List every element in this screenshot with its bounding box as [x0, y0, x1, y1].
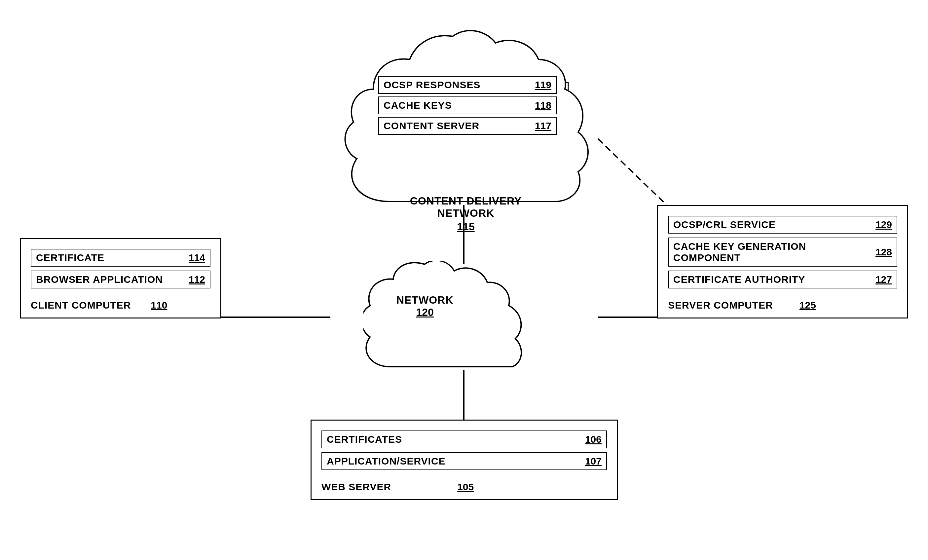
content-server-cdn-number: 117	[535, 120, 551, 131]
client-outer-label: CLIENT COMPUTER	[31, 300, 131, 311]
server-computer-box: OCSP/CRL SERVICE 129 CACHE KEY GENERATIO…	[657, 205, 908, 319]
web-server-box: CERTIFICATES 106 APPLICATION/SERVICE 107…	[311, 420, 618, 500]
certificate-label: CERTIFICATE	[36, 252, 104, 263]
cdn-inner-boxes: OCSP RESPONSES 119 CACHE KEYS 118 CONTEN…	[378, 76, 557, 135]
app-service-box: APPLICATION/SERVICE 107	[321, 452, 607, 470]
cert-authority-box: CERTIFICATE AUTHORITY 127	[668, 270, 897, 288]
network-number: 120	[397, 306, 453, 319]
cache-keys-number: 118	[535, 100, 551, 111]
ocsp-responses-box: OCSP RESPONSES 119	[378, 76, 557, 94]
certificates-box: CERTIFICATES 106	[321, 430, 607, 448]
cert-authority-label: CERTIFICATE AUTHORITY	[673, 274, 805, 285]
network-cloud-svg	[363, 261, 565, 380]
client-footer: CLIENT COMPUTER 110	[31, 300, 167, 311]
ocsp-crl-label: OCSP/CRL SERVICE	[673, 219, 776, 230]
network-label: NETWORK	[397, 294, 453, 306]
ocsp-responses-label: OCSP RESPONSES	[383, 79, 481, 90]
cdn-number: 115	[390, 221, 542, 233]
server-outer-label: SERVER COMPUTER	[668, 300, 773, 311]
cache-keys-box: CACHE KEYS 118	[378, 96, 557, 114]
content-server-cdn-label: CONTENT SERVER	[383, 120, 479, 131]
browser-app-label: BROWSER APPLICATION	[36, 274, 163, 285]
cdn-cloud: OCSP RESPONSES 119 CACHE KEYS 118 CONTEN…	[324, 10, 608, 216]
diagram: OCSP RESPONSES 119 CACHE KEYS 118 CONTEN…	[0, 0, 928, 560]
client-computer-box: CERTIFICATE 114 BROWSER APPLICATION 112 …	[20, 238, 221, 319]
app-service-label: APPLICATION/SERVICE	[327, 456, 446, 467]
certificates-number: 106	[585, 434, 601, 445]
certificates-label: CERTIFICATES	[327, 434, 402, 445]
cache-keys-label: CACHE KEYS	[383, 100, 452, 111]
webserver-outer-label: WEB SERVER	[321, 481, 391, 493]
server-outer-number: 125	[800, 300, 816, 311]
browser-app-box: BROWSER APPLICATION 112	[31, 270, 211, 288]
webserver-footer: WEB SERVER 105	[321, 481, 474, 493]
cdn-label-line2: NETWORK	[390, 207, 542, 220]
ocsp-crl-box: OCSP/CRL SERVICE 129	[668, 216, 897, 233]
cache-key-gen-label: CACHE KEY GENERATION COMPONENT	[673, 241, 876, 263]
webserver-outer-number: 105	[457, 481, 474, 493]
certificate-number: 114	[189, 252, 205, 263]
cache-key-gen-box: CACHE KEY GENERATION COMPONENT 128	[668, 238, 897, 267]
certificate-box: CERTIFICATE 114	[31, 249, 211, 267]
ocsp-crl-number: 129	[876, 219, 892, 230]
server-footer: SERVER COMPUTER 125	[668, 300, 816, 311]
cdn-label-line1: CONTENT DELIVERY	[390, 195, 542, 207]
cdn-label-group: CONTENT DELIVERY NETWORK 115	[390, 195, 542, 233]
ocsp-responses-number: 119	[535, 79, 551, 90]
cache-key-gen-number: 128	[876, 246, 892, 258]
network-cloud: NETWORK 120	[363, 261, 565, 381]
network-label-group: NETWORK 120	[397, 294, 453, 319]
client-outer-number: 110	[151, 300, 167, 311]
cert-authority-number: 127	[876, 274, 892, 285]
browser-app-number: 112	[189, 274, 205, 285]
content-server-cdn-box: CONTENT SERVER 117	[378, 117, 557, 135]
app-service-number: 107	[585, 456, 601, 467]
